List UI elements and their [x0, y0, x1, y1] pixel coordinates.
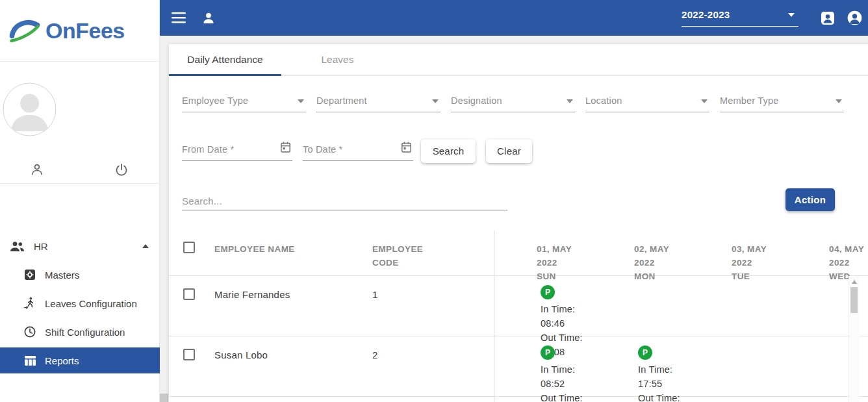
chevron-down-icon [701, 99, 708, 103]
employee-name: Susan Lobo [214, 336, 372, 402]
chevron-down-icon [298, 99, 304, 103]
to-date-label: To Date * [303, 144, 342, 155]
sidebar-group-label: HR [34, 241, 48, 252]
date-filter-row: From Date * To Date * [182, 139, 532, 163]
chevron-down-icon [432, 99, 439, 103]
walking-person-icon [23, 297, 36, 310]
column-header-employee-name: EMPLOYEE NAME [214, 231, 372, 283]
select-label: Department [316, 95, 367, 106]
select-label: Location [585, 95, 622, 106]
designation-select[interactable]: Designation [451, 91, 575, 112]
scrollbar-thumb[interactable] [850, 287, 858, 313]
calendar-icon[interactable] [401, 141, 412, 156]
search-input[interactable] [182, 192, 507, 210]
account-circle-icon[interactable] [847, 10, 863, 26]
employee-code: 2 [372, 336, 494, 402]
present-badge: P [541, 285, 555, 299]
select-label: Designation [451, 95, 502, 106]
select-label: Employee Type [182, 95, 248, 106]
scroll-up-icon[interactable] [852, 280, 857, 284]
row-checkbox[interactable] [183, 349, 195, 360]
sidebar-item-label: Shift Configuration [45, 327, 125, 338]
select-all-checkbox[interactable] [183, 242, 195, 253]
clock-icon [23, 325, 36, 338]
table-row: Susan Lobo 2 P In Time: 08:52 Out Time: … [169, 336, 868, 397]
in-time: In Time: 08:52 [541, 362, 591, 391]
column-header-date-2: 02, MAY 2022MON [591, 231, 689, 283]
sidebar-item-label: Masters [45, 270, 79, 281]
location-select[interactable]: Location [585, 91, 709, 112]
sidebar-utility-row [0, 162, 160, 177]
settings-square-icon [23, 268, 36, 281]
academic-year-select[interactable]: 2022-2023 [682, 9, 798, 27]
app-window: OnFees [0, 0, 868, 402]
in-time: In Time: 08:46 [541, 302, 591, 331]
from-date-label: From Date * [182, 144, 234, 155]
onfees-swoosh-icon [6, 16, 43, 45]
table-header-row: EMPLOYEE NAME EMPLOYEE CODE 01, MAY 2022… [169, 231, 868, 276]
tab-leaves[interactable]: Leaves [281, 44, 394, 75]
power-icon[interactable] [114, 162, 129, 177]
sidebar-item-label: Reports [45, 355, 79, 366]
action-button[interactable]: Action [785, 188, 835, 211]
brand-name: OnFees [45, 18, 125, 44]
select-label: Member Type [720, 95, 779, 106]
sidebar-item-leaves-configuration[interactable]: Leaves Configuration [0, 289, 160, 318]
scrollbar-corner [160, 394, 168, 402]
sidebar: OnFees [0, 0, 160, 402]
out-time: Out Time: [638, 391, 689, 402]
contact-badge-icon[interactable] [820, 10, 836, 26]
present-badge: P [638, 345, 652, 360]
fixed-column-divider [494, 231, 494, 402]
sidebar-item-label: Leaves Configuration [45, 298, 137, 309]
attendance-cell: P In Time: 08:52 Out Time: 09:57 [494, 336, 591, 402]
attendance-cell [689, 336, 786, 402]
content-card: Daily Attendance Leaves Employee Type De… [169, 44, 868, 402]
filter-row: Employee Type Department Designation Loc… [182, 91, 844, 112]
table-scrollbar[interactable] [849, 276, 859, 402]
tab-bar: Daily Attendance Leaves [169, 44, 868, 76]
table-row: Marie Fernandes 1 P In Time: 08:46 Out T… [169, 276, 868, 336]
main-area: Daily Attendance Leaves Employee Type De… [160, 36, 868, 402]
attendance-cell: P In Time: 17:55 Out Time: [591, 336, 689, 402]
employee-type-select[interactable]: Employee Type [182, 91, 306, 112]
chevron-down-icon [836, 99, 842, 103]
member-type-select[interactable]: Member Type [720, 91, 844, 112]
to-date-field[interactable]: To Date * [303, 139, 413, 161]
column-header-date-1: 01, MAY 2022SUN [494, 231, 591, 283]
out-time: Out Time: 09:57 [541, 391, 591, 402]
tab-daily-attendance[interactable]: Daily Attendance [169, 44, 281, 75]
logo: OnFees [0, 0, 159, 62]
chevron-up-icon [142, 244, 149, 248]
sidebar-item-reports[interactable]: Reports [0, 347, 160, 373]
menu-icon[interactable] [172, 12, 186, 23]
person-icon[interactable] [201, 11, 216, 25]
people-icon [10, 241, 25, 252]
attendance-table: EMPLOYEE NAME EMPLOYEE CODE 01, MAY 2022… [169, 231, 868, 402]
column-header-date-4: 04, MAY 2022WED [786, 231, 868, 283]
sidebar-group-hr[interactable]: HR [0, 232, 160, 260]
column-header-employee-code: EMPLOYEE CODE [372, 231, 435, 283]
sidebar-item-shift-configuration[interactable]: Shift Configuration [0, 318, 160, 346]
sidebar-menu: HR Masters [0, 232, 160, 373]
in-time: In Time: 17:55 [638, 362, 689, 391]
row-checkbox[interactable] [183, 288, 195, 300]
sidebar-divider [0, 183, 160, 184]
present-badge: P [541, 345, 555, 360]
calendar-icon[interactable] [280, 141, 291, 156]
topbar: 2022-2023 [160, 0, 868, 36]
academic-year-value: 2022-2023 [682, 9, 730, 20]
avatar [3, 82, 57, 136]
department-select[interactable]: Department [316, 91, 440, 112]
column-header-date-3: 03, MAY 2022TUE [689, 231, 786, 283]
chevron-down-icon [788, 13, 795, 17]
from-date-field[interactable]: From Date * [182, 139, 292, 161]
clear-button[interactable]: Clear [486, 139, 532, 163]
search-button[interactable]: Search [421, 139, 476, 163]
table-icon [23, 355, 36, 366]
chevron-down-icon [567, 99, 573, 103]
profile-person-icon[interactable] [30, 162, 44, 177]
sidebar-item-masters[interactable]: Masters [0, 260, 160, 289]
